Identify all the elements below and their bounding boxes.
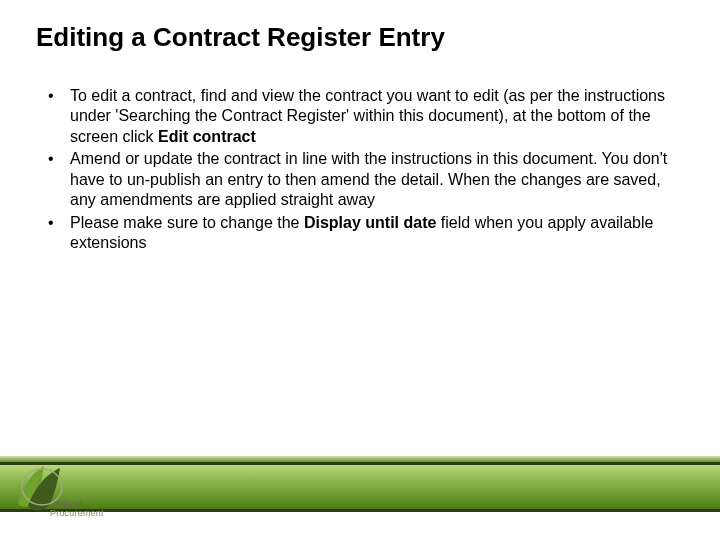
bullet-text-pre: Amend or update the contract in line wit…	[70, 150, 667, 208]
bullet-text-bold: Edit contract	[158, 128, 256, 145]
bullet-item: To edit a contract, find and view the co…	[36, 86, 684, 147]
logo: Welland Procurement	[14, 462, 100, 534]
footer-bar-green	[0, 465, 720, 509]
bullet-text-bold: Display until date	[304, 214, 436, 231]
footer: Welland Procurement	[0, 456, 720, 540]
footer-bar-white	[0, 512, 720, 540]
bullet-text-pre: Please make sure to change the	[70, 214, 304, 231]
logo-mark-icon	[14, 462, 70, 512]
bullet-list: To edit a contract, find and view the co…	[36, 86, 684, 254]
content-area: To edit a contract, find and view the co…	[36, 86, 684, 256]
slide-title: Editing a Contract Register Entry	[36, 22, 684, 53]
slide: Editing a Contract Register Entry To edi…	[0, 0, 720, 540]
bullet-item: Please make sure to change the Display u…	[36, 213, 684, 254]
bullet-item: Amend or update the contract in line wit…	[36, 149, 684, 210]
